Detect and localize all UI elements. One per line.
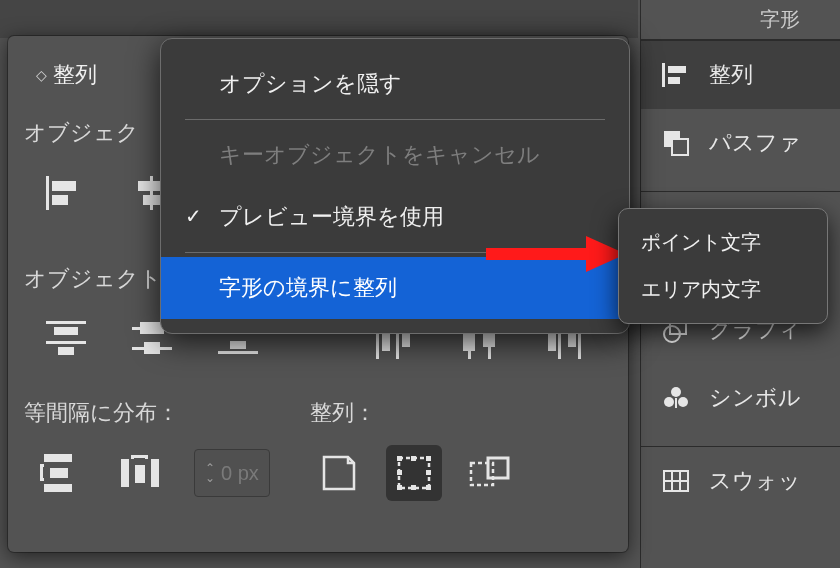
spacing-col: 等間隔に分布： ⌃⌄ 0 px bbox=[24, 384, 270, 508]
glyph-bounds-submenu: ポイント文字 エリア内文字 bbox=[618, 208, 828, 324]
flyout-cancel-key-object: キーオブジェクトをキャンセル bbox=[161, 124, 629, 186]
svg-rect-45 bbox=[44, 454, 72, 462]
svg-rect-24 bbox=[58, 347, 74, 355]
svg-rect-62 bbox=[411, 456, 416, 461]
svg-rect-55 bbox=[131, 455, 148, 458]
alignto-col: 整列： bbox=[310, 384, 518, 508]
submenu-area-text[interactable]: エリア内文字 bbox=[619, 266, 827, 313]
svg-rect-61 bbox=[426, 485, 431, 490]
side-item-symbols[interactable]: シンボル bbox=[641, 364, 840, 432]
side-item-glyphs[interactable]: 字形 bbox=[641, 0, 840, 40]
side-item-label: 字形 bbox=[760, 6, 800, 33]
svg-rect-48 bbox=[40, 464, 43, 481]
svg-rect-17 bbox=[52, 195, 68, 205]
svg-rect-32 bbox=[218, 351, 258, 354]
menu-separator bbox=[185, 119, 605, 120]
flyout-item-label: 字形の境界に整列 bbox=[219, 275, 397, 300]
side-item-label: パスファ bbox=[709, 128, 801, 158]
side-item-swatches[interactable]: スウォッ bbox=[641, 447, 840, 515]
menu-separator bbox=[185, 252, 605, 253]
svg-rect-65 bbox=[426, 470, 431, 475]
align-to-artboard-button[interactable] bbox=[310, 445, 366, 501]
align-to-key-object-button[interactable] bbox=[462, 445, 518, 501]
svg-rect-4 bbox=[672, 139, 688, 155]
svg-rect-1 bbox=[668, 66, 686, 73]
align-to-selection-button[interactable] bbox=[386, 445, 442, 501]
svg-rect-49 bbox=[44, 484, 72, 492]
svg-rect-28 bbox=[144, 342, 160, 354]
svg-rect-23 bbox=[46, 341, 86, 344]
section-label-alignto: 整列： bbox=[310, 398, 518, 428]
collapse-caret-icon: ◇ bbox=[36, 67, 47, 83]
panel-flyout-menu: オプションを隠す キーオブジェクトをキャンセル ✓ プレビュー境界を使用 字形の… bbox=[160, 38, 630, 334]
svg-rect-56 bbox=[135, 465, 145, 483]
svg-rect-21 bbox=[46, 321, 86, 324]
spacing-value-text: 0 px bbox=[221, 462, 259, 485]
svg-rect-2 bbox=[668, 77, 680, 84]
submenu-item-label: エリア内文字 bbox=[641, 278, 761, 300]
svg-rect-63 bbox=[411, 485, 416, 490]
svg-point-8 bbox=[664, 397, 674, 407]
side-item-align[interactable]: 整列 bbox=[641, 41, 840, 109]
spacing-value-input[interactable]: ⌃⌄ 0 px bbox=[194, 449, 270, 497]
side-item-label: シンボル bbox=[709, 383, 801, 413]
panel-tab-label: 整列 bbox=[53, 60, 97, 90]
distribute-top-button[interactable] bbox=[38, 311, 94, 367]
align-icon bbox=[659, 58, 693, 92]
swatch-icon bbox=[659, 464, 693, 498]
flyout-item-label: プレビュー境界を使用 bbox=[219, 204, 444, 229]
flyout-item-label: キーオブジェクトをキャンセル bbox=[219, 142, 540, 167]
svg-rect-20 bbox=[143, 195, 161, 205]
svg-rect-60 bbox=[397, 485, 402, 490]
side-item-pathfinder[interactable]: パスファ bbox=[641, 109, 840, 177]
section-label-spacing: 等間隔に分布： bbox=[24, 398, 270, 428]
svg-rect-31 bbox=[230, 341, 246, 349]
flyout-use-preview-bounds[interactable]: ✓ プレビュー境界を使用 bbox=[161, 186, 629, 248]
side-item-label: スウォッ bbox=[709, 466, 801, 496]
svg-rect-22 bbox=[54, 327, 78, 335]
submenu-point-text[interactable]: ポイント文字 bbox=[619, 219, 827, 266]
svg-rect-59 bbox=[426, 456, 431, 461]
svg-rect-51 bbox=[121, 459, 129, 487]
side-item-label: 整列 bbox=[709, 60, 753, 90]
flyout-align-to-glyph-bounds[interactable]: 字形の境界に整列 bbox=[161, 257, 629, 319]
svg-point-9 bbox=[678, 397, 688, 407]
dim-overlay bbox=[0, 0, 638, 38]
stepper-icon[interactable]: ⌃⌄ bbox=[205, 463, 215, 483]
svg-rect-58 bbox=[397, 456, 402, 461]
svg-rect-57 bbox=[399, 458, 429, 488]
flyout-hide-options[interactable]: オプションを隠す bbox=[161, 53, 629, 115]
submenu-item-label: ポイント文字 bbox=[641, 231, 761, 253]
svg-rect-64 bbox=[397, 470, 402, 475]
distribute-spacing-horizontal-button[interactable] bbox=[112, 445, 168, 501]
svg-rect-66 bbox=[471, 463, 493, 485]
svg-rect-67 bbox=[488, 458, 508, 478]
panel-tab-align[interactable]: ◇ 整列 bbox=[24, 54, 109, 96]
checkmark-icon: ✓ bbox=[185, 204, 202, 228]
distribute-spacing-vertical-button[interactable] bbox=[30, 445, 86, 501]
flyout-item-label: オプションを隠す bbox=[219, 71, 402, 96]
align-left-button[interactable] bbox=[38, 165, 94, 221]
svg-rect-52 bbox=[151, 459, 159, 487]
svg-rect-10 bbox=[675, 398, 677, 408]
pathfinder-icon bbox=[659, 126, 693, 160]
svg-rect-0 bbox=[662, 63, 665, 87]
svg-rect-50 bbox=[50, 468, 68, 478]
svg-point-7 bbox=[671, 387, 681, 397]
symbol-icon bbox=[659, 381, 693, 415]
svg-rect-15 bbox=[46, 176, 49, 210]
svg-rect-16 bbox=[52, 181, 76, 191]
